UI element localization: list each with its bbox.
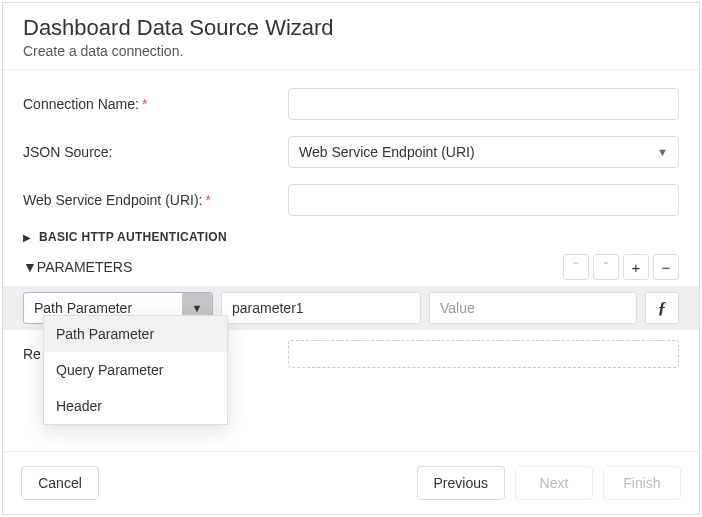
endpoint-input[interactable] [288,184,679,216]
previous-button[interactable]: Previous [417,466,505,500]
chevron-down-icon: ▼ [657,146,668,158]
connection-name-input[interactable] [288,88,679,120]
minus-icon: − [662,260,671,275]
parameter-type-dropdown-menu: Path Parameter Query Parameter Header [43,315,228,425]
json-source-row: JSON Source: Web Service Endpoint (URI) … [3,128,699,176]
endpoint-row: Web Service Endpoint (URI):* [3,176,699,224]
connection-name-label: Connection Name:* [23,96,288,112]
wizard-title: Dashboard Data Source Wizard [23,15,679,41]
chevron-down-icon: ▼ [192,302,203,314]
button-label: Previous [434,475,488,491]
endpoint-label: Web Service Endpoint (URI):* [23,192,288,208]
chevron-down-icon: ▼ [23,259,37,275]
wizard-dialog: Dashboard Data Source Wizard Create a da… [2,2,700,515]
expression-editor-button[interactable]: ƒ [645,292,679,324]
required-asterisk: * [205,192,210,208]
button-label: Cancel [38,475,82,491]
move-down-button[interactable]: ˇ [593,254,619,280]
parameter-value-placeholder: Value [440,300,475,316]
caret-up-icon: ˆ [574,260,579,275]
parameters-section-header[interactable]: ▼ PARAMETERS [23,259,132,275]
cancel-button[interactable]: Cancel [21,466,99,500]
button-label: Next [540,475,569,491]
add-parameter-button[interactable]: + [623,254,649,280]
wizard-subtitle: Create a data connection. [23,43,679,59]
label-text: Connection Name: [23,96,139,112]
chevron-right-icon: ▶ [23,232,33,243]
auth-section-header[interactable]: ▶ BASIC HTTP AUTHENTICATION [3,224,699,250]
caret-down-icon: ˇ [604,260,609,275]
finish-button[interactable]: Finish [603,466,681,500]
wizard-footer: Cancel Previous Next Finish [3,451,699,514]
connection-name-row: Connection Name:* [3,80,699,128]
dropdown-option-path-parameter[interactable]: Path Parameter [44,316,227,352]
button-label: Finish [623,475,660,491]
parameters-section-header-row: ▼ PARAMETERS ˆ ˇ + − [3,250,699,286]
json-source-select-wrap: Web Service Endpoint (URI) ▼ [288,136,679,168]
dropdown-option-header[interactable]: Header [44,388,227,424]
move-up-button[interactable]: ˆ [563,254,589,280]
required-asterisk: * [142,96,147,112]
parameter-value-input[interactable]: Value [429,292,637,324]
parameter-name-input[interactable]: parameter1 [221,292,421,324]
plus-icon: + [632,260,641,275]
json-source-value: Web Service Endpoint (URI) [299,144,475,160]
wizard-header: Dashboard Data Source Wizard Create a da… [3,3,699,69]
function-icon: ƒ [658,298,667,318]
dropdown-option-query-parameter[interactable]: Query Parameter [44,352,227,388]
result-schema-dropzone[interactable] [288,340,679,368]
label-text: Web Service Endpoint (URI): [23,192,202,208]
json-source-select[interactable]: Web Service Endpoint (URI) ▼ [288,136,679,168]
next-button[interactable]: Next [515,466,593,500]
remove-parameter-button[interactable]: − [653,254,679,280]
auth-section-label: BASIC HTTP AUTHENTICATION [39,230,227,244]
parameters-section-label: PARAMETERS [37,259,132,275]
parameter-name-value: parameter1 [232,300,304,316]
json-source-label: JSON Source: [23,144,288,160]
